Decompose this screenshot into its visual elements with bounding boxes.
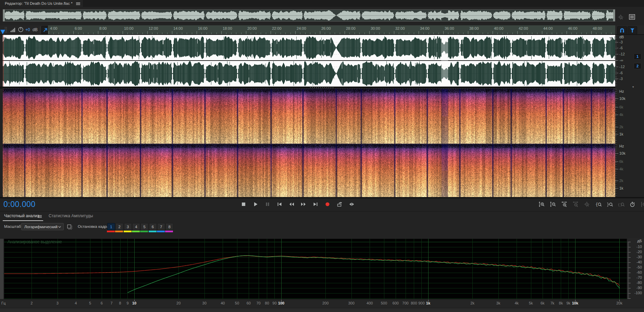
svg-text:}: } xyxy=(607,202,609,207)
waveform-display[interactable] xyxy=(3,35,615,87)
spectrogram-channel-1[interactable] xyxy=(3,89,615,144)
zoom-to-in-point-button[interactable]: { xyxy=(594,199,603,209)
scale-tick xyxy=(615,134,618,134)
zoom-full-button[interactable] xyxy=(639,199,644,209)
scale-tick xyxy=(615,48,618,48)
scale-tick xyxy=(615,169,618,169)
chart-overlay-text: Анализированое выделение xyxy=(8,239,62,244)
loop-playback-button[interactable] xyxy=(335,199,344,209)
spectral-scale-label: 10k xyxy=(619,151,626,155)
channel-1-button[interactable]: 1 xyxy=(634,53,641,60)
transport-buttons xyxy=(239,199,356,209)
scale-tick-comb xyxy=(615,89,617,144)
frame-hold-color-bar xyxy=(149,231,157,232)
move-playhead-button[interactable] xyxy=(347,199,356,209)
snap-magnet-button[interactable] xyxy=(617,26,627,35)
timeline-label: 30:00 xyxy=(371,26,380,30)
zoom-in-amplitude-button[interactable] xyxy=(537,199,547,209)
timeline-label: 34:00 xyxy=(420,26,430,30)
waveform-scale-label: -6 xyxy=(619,71,623,75)
rewind-button[interactable] xyxy=(287,199,296,209)
frame-hold-button-6[interactable]: 6 xyxy=(149,223,157,230)
timeline-label: 16:00 xyxy=(198,26,208,30)
spectral-scale-label: 1k xyxy=(619,186,623,190)
scale-tick xyxy=(615,42,618,42)
scale-tick xyxy=(615,79,618,79)
frame-hold-button-3[interactable]: 3 xyxy=(124,223,132,230)
view-edge-dashed-line xyxy=(614,89,615,197)
frame-hold-button-5[interactable]: 5 xyxy=(140,223,148,230)
frame-hold-button-8[interactable]: 8 xyxy=(165,223,173,230)
spectral-scale-unit: Hz xyxy=(619,89,624,93)
scale-tick xyxy=(615,107,618,107)
timeline-label: 42:00 xyxy=(519,26,528,30)
spectral-scale-label: 4k xyxy=(619,113,623,117)
restore-default-zoom-button[interactable] xyxy=(628,199,637,209)
timeline-label: 36:00 xyxy=(445,26,454,30)
spectral-scale-label: 6k xyxy=(619,159,623,164)
panel-menu-icon[interactable] xyxy=(76,2,80,5)
waveform-scale-label: -3 xyxy=(619,77,623,81)
zoom-out-amplitude-button[interactable] xyxy=(548,199,558,209)
zoom-in-time-button[interactable] xyxy=(560,199,569,209)
editor-tab[interactable]: Редактор: 'Til Death Do Us Unite.flac * xyxy=(0,0,83,7)
selection-corner-icon[interactable] xyxy=(3,36,7,42)
copy-frame-icon[interactable] xyxy=(67,224,73,230)
svg-text:{: { xyxy=(595,202,598,207)
timeline-ruler[interactable]: 4:006:008:0010:0012:0014:0016:0018:0020:… xyxy=(48,25,615,34)
zoom-out-time-button[interactable] xyxy=(571,199,581,209)
skip-to-end-button[interactable] xyxy=(311,199,320,209)
waveform-scale-label: -12 xyxy=(619,52,625,56)
marker-button[interactable] xyxy=(628,26,637,35)
overview-left-handle[interactable] xyxy=(3,10,5,21)
time-mode-icon[interactable] xyxy=(18,27,24,32)
overview-right-handle[interactable] xyxy=(613,10,615,21)
spectral-scale-label: 2k xyxy=(619,125,623,129)
skip-to-start-button[interactable] xyxy=(275,199,284,209)
record-button[interactable] xyxy=(323,199,332,209)
panel-divider xyxy=(0,211,644,211)
time-display[interactable]: 0:00.000 xyxy=(3,200,36,209)
fast-forward-button[interactable] xyxy=(299,199,308,209)
vertical-scale-column[interactable]: dB-3-6-12-∞-12-6-312▾Hz10k6k4k2k1kHz10k6… xyxy=(615,35,644,197)
spectrogram-channel-2[interactable] xyxy=(3,144,615,197)
timeline-label: 14:00 xyxy=(173,26,183,30)
panel-list-icon[interactable] xyxy=(629,14,635,20)
analysis-panel-menu-icon[interactable] xyxy=(38,214,42,218)
toolbar-divider xyxy=(40,26,40,33)
timeline-label: 38:00 xyxy=(469,26,479,30)
zoom-to-out-point-button[interactable]: } xyxy=(605,199,615,209)
editor-tab-title: Редактор: 'Til Death Do Us Unite.flac * xyxy=(5,1,73,5)
playhead-line[interactable] xyxy=(3,35,3,87)
selection-corner-icon[interactable] xyxy=(609,36,612,42)
play-button[interactable] xyxy=(251,199,260,209)
scale-tick xyxy=(615,54,618,54)
stop-button[interactable] xyxy=(239,199,248,209)
zoom-toolbar: {}{} xyxy=(537,199,644,209)
levels-icon[interactable] xyxy=(10,27,16,32)
frame-hold-button-1[interactable]: 1 xyxy=(107,223,115,230)
navigate-zoom-icon[interactable] xyxy=(618,14,624,20)
frame-hold-button-2[interactable]: 2 xyxy=(115,223,123,230)
scale-tick xyxy=(615,115,618,115)
frequency-analysis-chart[interactable] xyxy=(0,238,644,308)
scale-tick xyxy=(615,99,618,99)
scale-menu-arrow[interactable]: ▾ xyxy=(632,85,634,89)
chevron-down-icon xyxy=(58,226,61,228)
scale-dropdown[interactable]: Логарифмический xyxy=(21,223,64,230)
spectral-scale-label: 4k xyxy=(619,167,623,171)
zoom-reset-button[interactable] xyxy=(582,199,592,209)
scale-tick xyxy=(615,60,618,61)
tab-amplitude-statistics[interactable]: Статистика Амплитуды xyxy=(49,213,93,218)
timeline-label: 20:00 xyxy=(247,26,257,30)
zoom-to-selection-button[interactable]: {} xyxy=(616,199,626,209)
scale-tick-comb xyxy=(615,144,617,197)
timeline-label: 4:00 xyxy=(50,26,57,30)
frame-hold-button-7[interactable]: 7 xyxy=(157,223,165,230)
channel-2-button[interactable]: 2 xyxy=(634,63,641,69)
pause-button[interactable] xyxy=(263,199,272,209)
gain-value[interactable]: +0 xyxy=(25,27,30,32)
frame-hold-button-4[interactable]: 4 xyxy=(132,223,140,230)
tab-frequency-analysis[interactable]: Частотный анализ xyxy=(4,213,39,218)
overview-strip[interactable] xyxy=(3,9,615,22)
